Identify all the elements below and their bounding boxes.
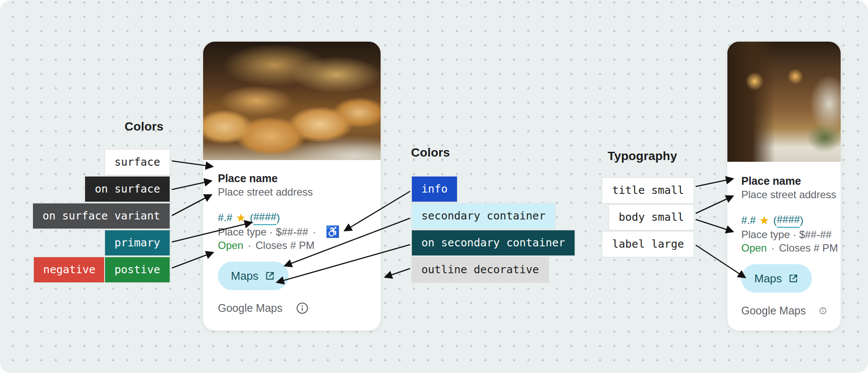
rating-paren-close: ) — [800, 213, 803, 227]
swatch-primary: primary — [104, 229, 171, 256]
typo-label-large: label large — [602, 231, 694, 258]
swatch-on-surface-label: on surface — [95, 183, 160, 195]
place-type-price: Place type · $##-## — [741, 228, 832, 241]
place-card-left: Place name Place street address #.# ★ ( … — [203, 41, 381, 331]
swatch-secondary-container: secondary container — [411, 203, 556, 229]
swatch-negative-label: negative — [43, 263, 95, 276]
bakery-photo — [203, 42, 381, 160]
rating-value: #.# — [741, 213, 756, 227]
dot-separator: · — [771, 241, 775, 255]
attribution-row: Google Maps — [741, 304, 827, 317]
open-status: Open — [218, 239, 243, 252]
swatch-info: info — [411, 176, 458, 203]
swatch-on-surface-variant-label: on surface variant — [43, 209, 160, 222]
place-type-price-row: Place type · $##-## — [741, 228, 827, 241]
star-icon: ★ — [759, 213, 769, 227]
maps-button-label: Maps — [754, 272, 782, 285]
swatch-info-label: info — [421, 183, 447, 195]
swatch-on-surface: on surface — [84, 176, 171, 203]
open-hours-row: Open · Closes # PM — [741, 241, 827, 255]
star-icon: ★ — [236, 211, 246, 225]
rating-paren-open: ( — [250, 211, 253, 225]
typography-heading: Typography — [608, 149, 677, 163]
swatch-secondary-container-label: secondary container — [421, 209, 546, 222]
place-name: Place name — [741, 174, 827, 188]
closes-label: Closes # PM — [779, 241, 838, 255]
swatch-surface: surface — [104, 149, 171, 176]
rating-row: #.# ★ ( #### ) — [741, 213, 827, 228]
dot-separator: · — [248, 239, 251, 252]
dot-separator: · — [312, 225, 316, 239]
typo-label-large-label: label large — [612, 238, 684, 250]
attribution-row: Google Maps — [218, 301, 366, 315]
swatch-outline-decorative: outline decorative — [411, 256, 549, 283]
arrow-outline-decorative-to-card-border — [385, 268, 410, 277]
rating-count-link[interactable]: #### — [777, 213, 800, 228]
place-name: Place name — [218, 171, 366, 185]
swatch-primary-label: primary — [115, 236, 160, 249]
typo-title-small-label: title small — [612, 184, 684, 196]
place-street-address: Place street address — [741, 188, 827, 201]
info-circle-icon[interactable] — [296, 301, 309, 315]
open-status: Open — [741, 241, 767, 255]
maps-button[interactable]: Maps — [218, 262, 289, 290]
maps-button[interactable]: Maps — [741, 264, 812, 293]
accessible-icon: ♿ — [326, 225, 339, 239]
place-type-price-row: Place type · $##-## · ♿ — [218, 225, 366, 239]
attribution-label: Google Maps — [218, 302, 283, 314]
open-in-new-icon — [788, 273, 799, 284]
place-type-price: Place type · $##-## — [218, 225, 308, 239]
place-street-address: Place street address — [218, 185, 366, 199]
closes-label: Closes # PM — [256, 239, 315, 252]
cafe-photo — [727, 42, 841, 162]
swatch-surface-label: surface — [115, 156, 160, 168]
rating-count-link[interactable]: #### — [253, 210, 276, 225]
place-card-right: Place name Place street address #.# ★ ( … — [727, 41, 841, 331]
swatch-outline-decorative-label: outline decorative — [421, 263, 539, 276]
maps-button-label: Maps — [231, 269, 259, 283]
left-colors-heading: Colors — [125, 120, 164, 134]
swatch-on-secondary-container: on secondary container — [411, 229, 575, 256]
typo-body-small: body small — [608, 204, 694, 231]
open-in-new-icon — [264, 270, 276, 281]
swatch-on-surface-variant: on surface variant — [32, 203, 171, 229]
swatch-postive: postive — [104, 256, 171, 283]
open-hours-row: Open · Closes # PM — [218, 239, 366, 252]
swatch-on-secondary-container-label: on secondary container — [421, 236, 565, 249]
rating-paren-close: ) — [276, 211, 280, 225]
typo-body-small-label: body small — [618, 211, 684, 223]
typo-title-small: title small — [602, 177, 694, 204]
rating-paren-open: ( — [773, 213, 777, 227]
design-spec-canvas: Colors Colors Typography surface on surf… — [0, 0, 868, 373]
swatch-postive-label: postive — [115, 263, 160, 276]
rating-row: #.# ★ ( #### ) — [218, 210, 366, 225]
swatch-negative: negative — [33, 256, 106, 283]
rating-value: #.# — [218, 211, 232, 225]
attribution-label: Google Maps — [741, 304, 806, 317]
info-circle-icon[interactable] — [819, 304, 827, 317]
center-colors-heading: Colors — [411, 146, 450, 160]
